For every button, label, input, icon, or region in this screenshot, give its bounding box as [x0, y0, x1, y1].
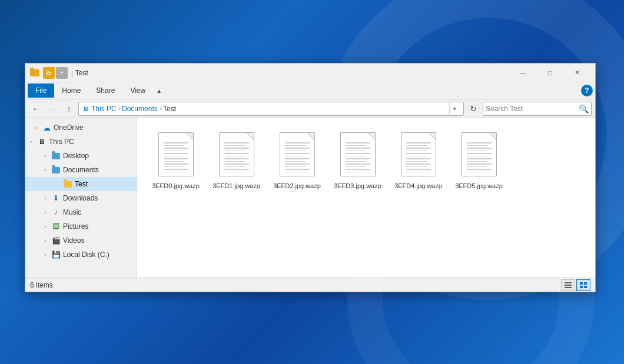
documents-folder-icon [51, 165, 61, 175]
svg-rect-3 [580, 282, 583, 285]
file-name: 3EFD1.jpg.wazp [213, 182, 260, 190]
sidebar-label-videos: Videos [63, 236, 134, 245]
tab-file[interactable]: File [28, 84, 54, 98]
file-page [280, 132, 315, 176]
file-lines [285, 142, 310, 174]
file-name: 3EFD0.jpg.wazp [152, 182, 200, 190]
forward-button[interactable]: → [45, 102, 59, 116]
icons-view-icon [580, 282, 587, 288]
sidebar-item-downloads[interactable]: › ⬇ Downloads [25, 191, 137, 205]
maximize-button[interactable]: □ [536, 64, 563, 82]
file-icon [157, 132, 195, 179]
file-name: 3EFD2.jpg.wazp [273, 182, 321, 190]
svg-rect-5 [580, 286, 583, 288]
file-item[interactable]: 3EFD4.jpg.wazp [390, 129, 446, 193]
path-thispc-label[interactable]: This PC [91, 105, 117, 113]
tab-view[interactable]: View [122, 84, 153, 98]
pictures-folder-icon: 🖼 [51, 222, 61, 231]
help-button[interactable]: ? [581, 85, 593, 96]
sidebar-item-videos[interactable]: › 🎬 Videos [25, 233, 137, 248]
file-name: 3EFD3.jpg.wazp [334, 182, 381, 190]
ribbon-expand-button[interactable]: ▲ [153, 85, 165, 96]
main-area: › ☁ OneDrive › 🖥 This PC › Des [25, 118, 595, 278]
view-icons-button[interactable] [576, 279, 590, 291]
sidebar-item-pictures[interactable]: › 🖼 Pictures [25, 219, 137, 233]
view-list-button[interactable] [561, 279, 575, 291]
ribbon: File Home Share View ▲ ? [25, 82, 595, 99]
title-bar: 🗁 + | Test — □ ✕ [25, 64, 595, 82]
tab-share[interactable]: Share [88, 84, 122, 98]
sidebar-item-localdisk[interactable]: › 💾 Local Disk (C:) [25, 248, 137, 262]
sidebar-item-documents[interactable]: › Documents [25, 163, 137, 177]
svg-rect-0 [565, 282, 572, 283]
music-folder-icon: ♪ [51, 208, 61, 217]
path-icon: 🖥 [82, 105, 91, 112]
search-button[interactable]: 🔍 [579, 104, 589, 113]
path-documents-label[interactable]: Documents [122, 105, 158, 113]
file-item[interactable]: 3EFD1.jpg.wazp [208, 129, 264, 193]
status-bar: 6 items [25, 278, 595, 292]
path-arrow-2: › [160, 105, 162, 112]
cloud-icon: ☁ [42, 123, 51, 132]
address-bar: ← → ↑ 🖥 This PC › Documents › Test ▾ ↻ 🔍 [25, 99, 595, 118]
search-input[interactable] [486, 105, 579, 113]
sidebar-label-documents: Documents [63, 166, 134, 174]
sidebar: › ☁ OneDrive › 🖥 This PC › Des [25, 118, 137, 278]
path-test-label[interactable]: Test [163, 105, 176, 113]
expand-arrow-pictures: › [42, 223, 49, 230]
up-button[interactable]: ↑ [62, 102, 76, 116]
drive-icon: 💾 [51, 250, 61, 259]
sidebar-item-onedrive[interactable]: › ☁ OneDrive [25, 121, 137, 135]
path-thispc: This PC › [91, 105, 122, 113]
file-icon [218, 132, 255, 179]
file-item[interactable]: 3EFD5.jpg.wazp [451, 129, 507, 193]
ribbon-tabs: File Home Share View ▲ ? [25, 82, 595, 99]
sidebar-label-desktop: Desktop [63, 152, 134, 160]
title-bar-icon [30, 68, 39, 78]
sidebar-label-test: Test [75, 180, 134, 188]
file-item[interactable]: 3EFD2.jpg.wazp [269, 129, 325, 193]
sidebar-label-pictures: Pictures [63, 222, 134, 231]
sidebar-item-test[interactable]: Test [25, 177, 137, 191]
file-item[interactable]: 3EFD3.jpg.wazp [330, 129, 386, 193]
expand-arrow-music: › [42, 209, 49, 216]
file-lines [346, 142, 370, 174]
svg-rect-1 [565, 285, 572, 286]
sidebar-label-music: Music [63, 208, 134, 216]
file-icon [339, 132, 377, 179]
expand-arrow-videos: › [42, 237, 49, 244]
sidebar-item-desktop[interactable]: › Desktop [25, 149, 137, 163]
sidebar-item-music[interactable]: › ♪ Music [25, 205, 137, 219]
svg-rect-4 [584, 282, 587, 285]
folder-icon [30, 69, 39, 76]
file-icon [460, 132, 498, 179]
address-path[interactable]: 🖥 This PC › Documents › Test ▾ [78, 102, 464, 116]
file-item[interactable]: 3EFD0.jpg.wazp [148, 129, 204, 193]
minimize-button[interactable]: — [509, 64, 536, 82]
files-grid: 3EFD0.jpg.wazp3EFD1.jpg.wazp3EFD2.jpg.wa… [143, 124, 589, 198]
file-icon [278, 132, 316, 179]
search-box[interactable]: 🔍 [483, 102, 592, 116]
path-dropdown-button[interactable]: ▾ [449, 102, 460, 116]
computer-icon: 🖥 [37, 137, 47, 146]
file-page [219, 132, 254, 176]
expand-arrow-localdisk: › [42, 251, 49, 258]
svg-rect-2 [565, 287, 572, 288]
downloads-folder-icon: ⬇ [51, 193, 61, 203]
window-title: Test [75, 69, 509, 77]
item-count: 6 items [30, 281, 53, 289]
content-area: 3EFD0.jpg.wazp3EFD1.jpg.wazp3EFD2.jpg.wa… [137, 118, 595, 278]
back-button[interactable]: ← [29, 102, 43, 116]
test-folder-icon [63, 179, 72, 189]
sidebar-item-thispc[interactable]: › 🖥 This PC [25, 135, 137, 149]
tab-home[interactable]: Home [54, 84, 88, 98]
quick-access-separator: | [71, 69, 73, 76]
window-controls: — □ ✕ [509, 64, 590, 82]
quick-access-new-folder-button[interactable]: + [56, 67, 68, 79]
file-explorer-window: 🗁 + | Test — □ ✕ File Home Share View ▲ … [25, 63, 596, 292]
quick-access-properties-button[interactable]: 🗁 [43, 67, 55, 79]
close-button[interactable]: ✕ [563, 64, 590, 82]
refresh-button[interactable]: ↻ [466, 102, 480, 116]
expand-arrow-downloads: › [42, 195, 49, 202]
path-arrow-1: › [119, 105, 121, 112]
